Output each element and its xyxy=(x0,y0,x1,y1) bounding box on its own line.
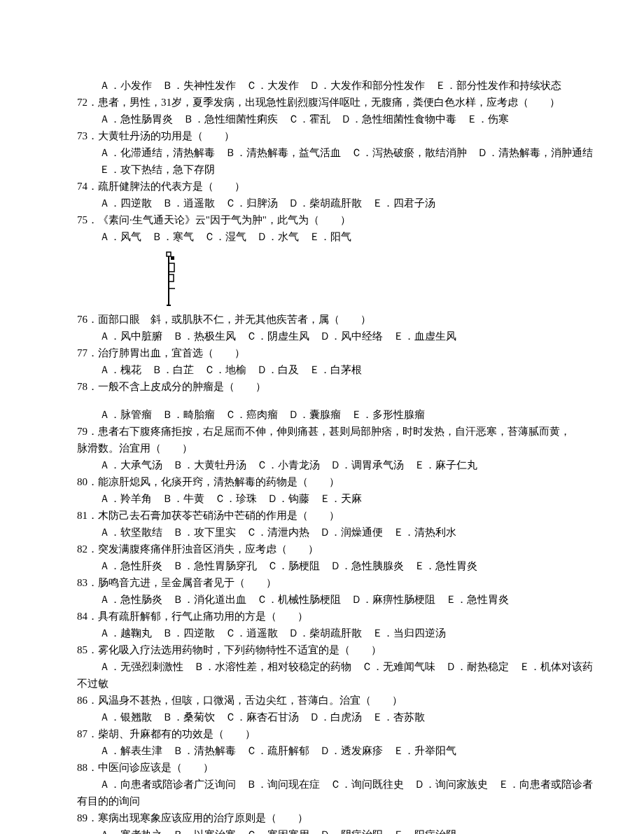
text-line: Ａ．化滞通结，清热解毒 Ｂ．清热解毒，益气活血 Ｃ．泻热破瘀，散结消肿 Ｄ．清热… xyxy=(77,144,567,161)
exam-questions: Ａ．小发作 Ｂ．失神性发作 Ｃ．大发作 Ｄ．大发作和部分性发作 Ｅ．部分性发作和… xyxy=(77,77,567,834)
text-line: Ａ．银翘散 Ｂ．桑菊饮 Ｃ．麻杏石甘汤 Ｄ．白虎汤 Ｅ．杏苏散 xyxy=(77,709,567,725)
text-line: 81．木防己去石膏加茯苓芒硝汤中芒硝的作用是（ ） xyxy=(77,507,567,524)
text-line: 85．雾化吸入疗法选用药物时，下列药物特性不适宜的是（ ） xyxy=(77,641,567,658)
inline-character-image xyxy=(161,251,567,308)
text-line: 83．肠鸣音亢进，呈金属音者见于（ ） xyxy=(77,574,567,591)
svg-rect-3 xyxy=(169,263,174,272)
text-line: 有目的的询问 xyxy=(77,793,567,809)
text-line: Ａ．小发作 Ｂ．失神性发作 Ｃ．大发作 Ｄ．大发作和部分性发作 Ｅ．部分性发作和… xyxy=(77,77,567,94)
text-line: Ａ．脉管瘤 Ｂ．畸胎瘤 Ｃ．癌肉瘤 Ｄ．囊腺瘤 Ｅ．多形性腺瘤 xyxy=(77,406,567,423)
text-line: 82．突发满腹疼痛伴肝浊音区消失，应考虑（ ） xyxy=(77,541,567,557)
text-line: Ａ．向患者或陪诊者广泛询问 Ｂ．询问现在症 Ｃ．询问既往史 Ｄ．询问家族史 Ｅ．… xyxy=(77,776,567,793)
svg-rect-0 xyxy=(167,252,171,256)
text-line: 76．面部口眼 斜，或肌肤不仁，并无其他疾苦者，属（ ） xyxy=(77,311,567,328)
text-line: Ａ．大承气汤 Ｂ．大黄牡丹汤 Ｃ．小青龙汤 Ｄ．调胃承气汤 Ｅ．麻子仁丸 xyxy=(77,457,567,473)
text-line: 73．大黄牡丹汤的功用是（ ） xyxy=(77,127,567,144)
text-line: Ａ．风气 Ｂ．寒气 Ｃ．湿气 Ｄ．水气 Ｅ．阳气 xyxy=(77,228,567,245)
text-line: Ａ．解表生津 Ｂ．清热解毒 Ｃ．疏肝解郁 Ｄ．透发麻疹 Ｅ．升举阳气 xyxy=(77,742,567,759)
text-line: Ａ．无强烈刺激性 Ｂ．水溶性差，相对较稳定的药物 Ｃ．无难闻气味 Ｄ．耐热稳定 … xyxy=(77,658,567,675)
text-line: Ａ．急性肠炎 Ｂ．消化道出血 Ｃ．机械性肠梗阻 Ｄ．麻痹性肠梗阻 Ｅ．急性胃炎 xyxy=(77,591,567,608)
text-line: 72．患者，男性，31岁，夏季发病，出现急性剧烈腹泻伴呕吐，无腹痛，粪便白色水样… xyxy=(77,94,567,111)
text-line: Ｅ．攻下热结，急下存阴 xyxy=(77,161,567,178)
text-line: 89．寒病出现寒象应该应用的治疗原则是（ ） xyxy=(77,809,567,826)
text-line: Ａ．风中脏腑 Ｂ．热极生风 Ｃ．阴虚生风 Ｄ．风中经络 Ｅ．血虚生风 xyxy=(77,328,567,345)
text-line: Ａ．槐花 Ｂ．白芷 Ｃ．地榆 Ｄ．白及 Ｅ．白茅根 xyxy=(77,361,567,378)
text-line: 不过敏 xyxy=(77,675,567,692)
blank-line xyxy=(77,395,567,406)
svg-rect-1 xyxy=(171,256,174,260)
text-line: 75．《素问·生气通天论》云"因于气为肿"，此气为（ ） xyxy=(77,211,567,228)
text-line: 84．具有疏肝解郁，行气止痛功用的方是（ ） xyxy=(77,608,567,625)
text-line: Ａ．羚羊角 Ｂ．牛黄 Ｃ．珍珠 Ｄ．钩藤 Ｅ．天麻 xyxy=(77,490,567,507)
text-line: 79．患者右下腹疼痛拒按，右足屈而不伸，伸则痛甚，甚则局部肿痞，时时发热，自汗恶… xyxy=(77,423,567,440)
text-line: 86．风温身不甚热，但咳，口微渴，舌边尖红，苔薄白。治宜（ ） xyxy=(77,692,567,709)
svg-rect-4 xyxy=(169,274,174,282)
text-line: Ａ．急性肝炎 Ｂ．急性胃肠穿孔 Ｃ．肠梗阻 Ｄ．急性胰腺炎 Ｅ．急性胃炎 xyxy=(77,557,567,574)
text-line: 78．一般不含上皮成分的肿瘤是（ ） xyxy=(77,378,567,395)
text-line: Ａ．越鞠丸 Ｂ．四逆散 Ｃ．逍遥散 Ｄ．柴胡疏肝散 Ｅ．当归四逆汤 xyxy=(77,625,567,641)
text-line: Ａ．软坚散结 Ｂ．攻下里实 Ｃ．清泄内热 Ｄ．润燥通便 Ｅ．清热利水 xyxy=(77,524,567,541)
text-line: 77．治疗肺胃出血，宜首选（ ） xyxy=(77,345,567,361)
text-line: 74．疏肝健脾法的代表方是（ ） xyxy=(77,178,567,195)
text-line: 88．中医问诊应该是（ ） xyxy=(77,759,567,776)
text-line: 80．能凉肝熄风，化痰开窍，清热解毒的药物是（ ） xyxy=(77,473,567,490)
text-line: Ａ．四逆散 Ｂ．逍遥散 Ｃ．归脾汤 Ｄ．柴胡疏肝散 Ｅ．四君子汤 xyxy=(77,195,567,211)
text-line: 脉滑数。治宜用（ ） xyxy=(77,440,567,457)
text-line: Ａ．寒者热之 Ｂ．以寒治寒 Ｃ．寒因寒用 Ｄ．阴病治阳 Ｅ．阳病治阴 xyxy=(77,826,567,834)
text-line: 87．柴胡、升麻都有的功效是（ ） xyxy=(77,725,567,742)
text-line: Ａ．急性肠胃炎 Ｂ．急性细菌性痢疾 Ｃ．霍乱 Ｄ．急性细菌性食物中毒 Ｅ．伤寒 xyxy=(77,111,567,127)
